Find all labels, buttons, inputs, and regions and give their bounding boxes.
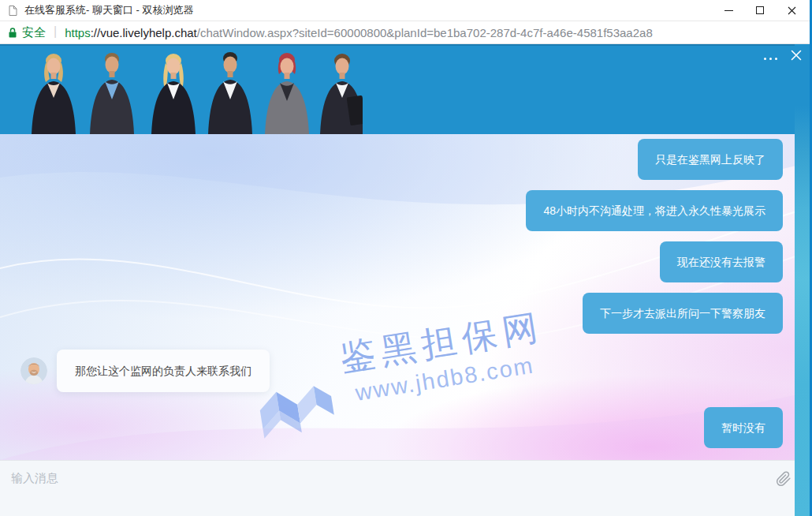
message-bubble: 那您让这个监网的负责人来联系我们 [57,350,270,392]
message-input[interactable] [0,461,812,516]
message-bubble: 只是在鉴黑网上反映了 [638,139,783,180]
browser-urlbar: 安全 | https://vue.livelyhelp.chat/chatWin… [0,21,812,44]
minimize-icon [724,10,733,11]
url-path: /chatWindow.aspx?siteId=60000800&planId=… [197,26,653,39]
url-scheme: https [65,26,91,39]
message-row: 那您让这个监网的负责人来联系我们 [20,350,270,392]
scrollbar-track[interactable] [795,44,810,516]
window-controls [713,0,807,21]
secure-label: 安全 [22,25,46,40]
window-title: 在线客服系统- 聊天窗口 - 双核浏览器 [24,3,194,17]
security-chip[interactable]: 安全 [8,25,46,40]
message-row: 下一步才去派出所问一下警察朋友 [583,293,783,334]
address-bar[interactable]: https://vue.livelyhelp.chat/chatWindow.a… [65,26,653,39]
chat-header [0,44,812,134]
chat-input-bar [0,460,812,516]
window-close-button[interactable] [776,0,807,21]
team-photo [24,46,363,134]
message-bubble: 下一步才去派出所问一下警察朋友 [583,293,783,334]
url-host: ://vue.livelyhelp.chat [91,26,197,39]
chat-close-button[interactable] [790,49,803,62]
maximize-icon [756,6,764,14]
chat-body: 鉴黑担保网 www.jhdb8.com 只是在鉴黑网上反映了 48小时内不沟通处… [0,134,812,460]
urlbar-divider: | [54,24,57,39]
chat-window: 鉴黑担保网 www.jhdb8.com 只是在鉴黑网上反映了 48小时内不沟通处… [0,44,812,516]
message-list: 只是在鉴黑网上反映了 48小时内不沟通处理，将进入永久性暴光展示 现在还没有去报… [0,134,812,460]
message-row: 48小时内不沟通处理，将进入永久性暴光展示 [526,190,783,231]
browser-window: 在线客服系统- 聊天窗口 - 双核浏览器 安全 | https://vue.li… [0,0,812,516]
message-bubble: 现在还没有去报警 [660,241,783,282]
message-row: 只是在鉴黑网上反映了 [638,139,783,180]
more-options-button[interactable] [761,54,780,63]
paperclip-icon[interactable] [776,471,792,487]
avatar [20,357,47,384]
message-bubble: 48小时内不沟通处理，将进入永久性暴光展示 [526,190,783,231]
message-row: 现在还没有去报警 [660,241,783,282]
minimize-button[interactable] [713,0,744,21]
more-icon [764,58,766,60]
message-row: 暂时没有 [704,407,783,448]
lock-icon [8,27,17,39]
page-icon [8,5,18,17]
close-icon [788,6,796,15]
maximize-button[interactable] [744,0,776,21]
chat-close-icon [790,49,803,62]
browser-titlebar: 在线客服系统- 聊天窗口 - 双核浏览器 [0,0,812,21]
message-bubble: 暂时没有 [704,407,783,448]
